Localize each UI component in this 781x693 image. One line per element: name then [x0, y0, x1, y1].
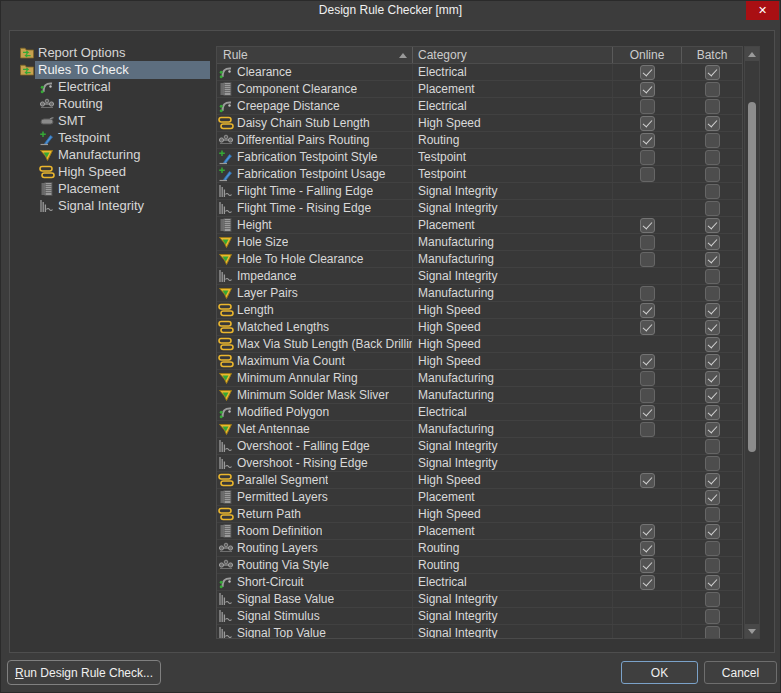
batch-checkbox[interactable] [705, 99, 720, 114]
online-checkbox[interactable] [640, 388, 655, 403]
online-checkbox[interactable] [640, 473, 655, 488]
batch-checkbox[interactable] [705, 320, 720, 335]
online-checkbox[interactable] [640, 235, 655, 250]
table-row[interactable]: Signal Top Value Signal Integrity [217, 625, 742, 638]
column-header-category[interactable]: Category [412, 47, 612, 63]
sidebar-item-manufacturing[interactable]: Manufacturing [13, 146, 210, 163]
scroll-up-button[interactable] [745, 47, 759, 62]
online-checkbox[interactable] [640, 354, 655, 369]
sidebar-item-signal-integrity[interactable]: Signal Integrity [13, 197, 210, 214]
scrollbar-thumb[interactable] [748, 102, 756, 452]
batch-checkbox[interactable] [705, 371, 720, 386]
table-row[interactable]: Return Path High Speed [217, 506, 742, 523]
column-header-batch[interactable]: Batch [681, 47, 742, 63]
table-row[interactable]: Fabrication Testpoint Usage Testpoint [217, 166, 742, 183]
table-row[interactable]: Parallel Segment High Speed [217, 472, 742, 489]
sidebar-item-rules-to-check[interactable]: Rules To Check [13, 61, 210, 78]
table-row[interactable]: Hole To Hole Clearance Manufacturing [217, 251, 742, 268]
batch-checkbox[interactable] [705, 524, 720, 539]
batch-checkbox[interactable] [705, 184, 720, 199]
batch-checkbox[interactable] [705, 575, 720, 590]
table-row[interactable]: Layer Pairs Manufacturing [217, 285, 742, 302]
table-row[interactable]: Net Antennae Manufacturing [217, 421, 742, 438]
ok-button[interactable]: OK [621, 661, 698, 684]
table-row[interactable]: Matched Lengths High Speed [217, 319, 742, 336]
sidebar-item-electrical[interactable]: Electrical [13, 78, 210, 95]
batch-checkbox[interactable] [705, 286, 720, 301]
table-row[interactable]: Overshoot - Falling Edge Signal Integrit… [217, 438, 742, 455]
online-checkbox[interactable] [640, 303, 655, 318]
table-row[interactable]: Fabrication Testpoint Style Testpoint [217, 149, 742, 166]
batch-checkbox[interactable] [705, 201, 720, 216]
batch-checkbox[interactable] [705, 422, 720, 437]
online-checkbox[interactable] [640, 371, 655, 386]
batch-checkbox[interactable] [705, 303, 720, 318]
batch-checkbox[interactable] [705, 116, 720, 131]
online-checkbox[interactable] [640, 218, 655, 233]
table-row[interactable]: Impedance Signal Integrity [217, 268, 742, 285]
scroll-down-button[interactable] [745, 623, 759, 638]
column-header-online[interactable]: Online [612, 47, 681, 63]
close-button[interactable]: ✕ [746, 1, 779, 20]
table-row[interactable]: Flight Time - Falling Edge Signal Integr… [217, 183, 742, 200]
table-row[interactable]: Room Definition Placement [217, 523, 742, 540]
online-checkbox[interactable] [640, 167, 655, 182]
table-row[interactable]: Flight Time - Rising Edge Signal Integri… [217, 200, 742, 217]
batch-checkbox[interactable] [705, 439, 720, 454]
table-row[interactable]: Permitted Layers Placement [217, 489, 742, 506]
online-checkbox[interactable] [640, 252, 655, 267]
batch-checkbox[interactable] [705, 218, 720, 233]
sidebar-item-smt[interactable]: SMT [13, 112, 210, 129]
table-row[interactable]: Hole Size Manufacturing [217, 234, 742, 251]
online-checkbox[interactable] [640, 82, 655, 97]
table-row[interactable]: Creepage Distance Electrical [217, 98, 742, 115]
sidebar-item-routing[interactable]: Routing [13, 95, 210, 112]
batch-checkbox[interactable] [705, 354, 720, 369]
batch-checkbox[interactable] [705, 65, 720, 80]
batch-checkbox[interactable] [705, 167, 720, 182]
batch-checkbox[interactable] [705, 592, 720, 607]
cancel-button[interactable]: Cancel [704, 661, 777, 684]
batch-checkbox[interactable] [705, 490, 720, 505]
online-checkbox[interactable] [640, 133, 655, 148]
online-checkbox[interactable] [640, 405, 655, 420]
batch-checkbox[interactable] [705, 507, 720, 522]
titlebar[interactable]: Design Rule Checker [mm] ✕ [1, 1, 780, 21]
batch-checkbox[interactable] [705, 269, 720, 284]
online-checkbox[interactable] [640, 524, 655, 539]
online-checkbox[interactable] [640, 116, 655, 131]
table-row[interactable]: Maximum Via Count High Speed [217, 353, 742, 370]
batch-checkbox[interactable] [705, 252, 720, 267]
batch-checkbox[interactable] [705, 473, 720, 488]
table-row[interactable]: Short-Circuit Electrical [217, 574, 742, 591]
table-row[interactable]: Clearance Electrical [217, 64, 742, 81]
table-row[interactable]: Routing Layers Routing [217, 540, 742, 557]
batch-checkbox[interactable] [705, 337, 720, 352]
online-checkbox[interactable] [640, 320, 655, 335]
table-row[interactable]: Component Clearance Placement [217, 81, 742, 98]
table-row[interactable]: Max Via Stub Length (Back Drilling) High… [217, 336, 742, 353]
online-checkbox[interactable] [640, 575, 655, 590]
table-row[interactable]: Signal Base Value Signal Integrity [217, 591, 742, 608]
column-header-rule[interactable]: Rule [217, 47, 412, 63]
table-row[interactable]: Differential Pairs Routing Routing [217, 132, 742, 149]
online-checkbox[interactable] [640, 541, 655, 556]
online-checkbox[interactable] [640, 286, 655, 301]
online-checkbox[interactable] [640, 422, 655, 437]
table-row[interactable]: Modified Polygon Electrical [217, 404, 742, 421]
sidebar-item-report-options[interactable]: Report Options [13, 44, 210, 61]
online-checkbox[interactable] [640, 99, 655, 114]
batch-checkbox[interactable] [705, 150, 720, 165]
table-row[interactable]: Length High Speed [217, 302, 742, 319]
online-checkbox[interactable] [640, 65, 655, 80]
batch-checkbox[interactable] [705, 456, 720, 471]
batch-checkbox[interactable] [705, 609, 720, 624]
batch-checkbox[interactable] [705, 388, 720, 403]
table-row[interactable]: Minimum Annular Ring Manufacturing [217, 370, 742, 387]
run-design-rule-check-button[interactable]: Run Design Rule Check... [7, 660, 161, 685]
table-scrollbar[interactable] [744, 46, 760, 639]
table-row[interactable]: Height Placement [217, 217, 742, 234]
sidebar-item-high-speed[interactable]: High Speed [13, 163, 210, 180]
sidebar-item-placement[interactable]: Placement [13, 180, 210, 197]
table-row[interactable]: Overshoot - Rising Edge Signal Integrity [217, 455, 742, 472]
